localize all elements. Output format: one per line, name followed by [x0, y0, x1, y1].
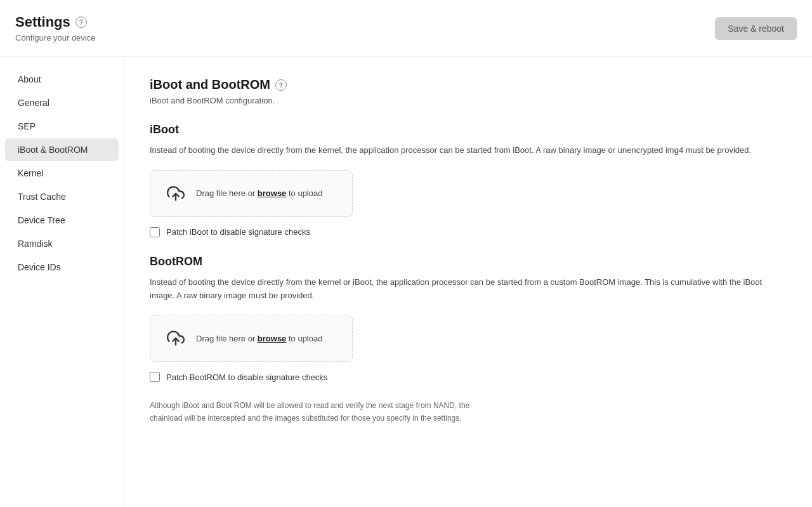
iboot-desc: Instead of booting the device directly f…: [150, 144, 787, 157]
help-icon[interactable]: ?: [75, 16, 87, 28]
sidebar-item-iboot-bootrom[interactable]: iBoot & BootROM: [5, 138, 119, 161]
sidebar-item-trust-cache[interactable]: Trust Cache: [5, 185, 119, 208]
bootrom-upload-text: Drag file here or browse to upload: [196, 333, 322, 345]
patch-bootrom-checkbox[interactable]: [150, 372, 160, 382]
sidebar-item-kernel[interactable]: Kernel: [5, 162, 119, 185]
section-help-icon[interactable]: ?: [275, 79, 287, 91]
iboot-upload-text: Drag file here or browse to upload: [196, 187, 322, 200]
bootrom-checkbox-row: Patch BootROM to disable signature check…: [150, 372, 787, 382]
sidebar-item-device-tree[interactable]: Device Tree: [5, 209, 119, 232]
iboot-checkbox-row: Patch iBoot to disable signature checks: [150, 227, 787, 237]
iboot-upload-icon: [166, 183, 186, 204]
bootrom-desc: Instead of booting the device directly f…: [150, 276, 787, 303]
header: Settings ? Configure your device Save & …: [0, 0, 812, 57]
patch-iboot-label[interactable]: Patch iBoot to disable signature checks: [166, 227, 310, 237]
patch-iboot-checkbox[interactable]: [150, 227, 160, 237]
header-subtitle: Configure your device: [15, 33, 95, 43]
sidebar-item-ramdisk[interactable]: Ramdisk: [5, 232, 119, 255]
main-content: iBoot and BootROM ? iBoot and BootROM co…: [124, 57, 812, 507]
sidebar-item-general[interactable]: General: [5, 91, 119, 114]
sidebar-item-device-ids[interactable]: Device IDs: [5, 256, 119, 279]
bootrom-browse-link[interactable]: browse: [258, 334, 287, 343]
header-left: Settings ? Configure your device: [15, 14, 95, 43]
sidebar: About General SEP iBoot & BootROM Kernel…: [0, 57, 124, 507]
settings-title: Settings: [15, 14, 70, 30]
iboot-upload-area[interactable]: Drag file here or browse to upload: [150, 170, 353, 217]
layout: About General SEP iBoot & BootROM Kernel…: [0, 57, 812, 507]
patch-bootrom-label[interactable]: Patch BootROM to disable signature check…: [166, 372, 327, 382]
sidebar-item-about[interactable]: About: [5, 68, 119, 91]
section-title: iBoot and BootROM ?: [150, 77, 787, 92]
section-desc: iBoot and BootROM configuration.: [150, 96, 787, 105]
iboot-browse-link[interactable]: browse: [258, 188, 287, 198]
bootrom-upload-icon: [166, 328, 186, 348]
iboot-title: iBoot: [150, 123, 787, 136]
sidebar-item-sep[interactable]: SEP: [5, 115, 119, 138]
header-title: Settings ?: [15, 14, 95, 30]
footer-note: Although iBoot and Boot ROM will be allo…: [150, 400, 492, 424]
save-reboot-button[interactable]: Save & reboot: [715, 17, 797, 40]
section-title-text: iBoot and BootROM: [150, 77, 270, 92]
bootrom-upload-area[interactable]: Drag file here or browse to upload: [150, 315, 353, 362]
bootrom-title: BootROM: [150, 255, 787, 268]
